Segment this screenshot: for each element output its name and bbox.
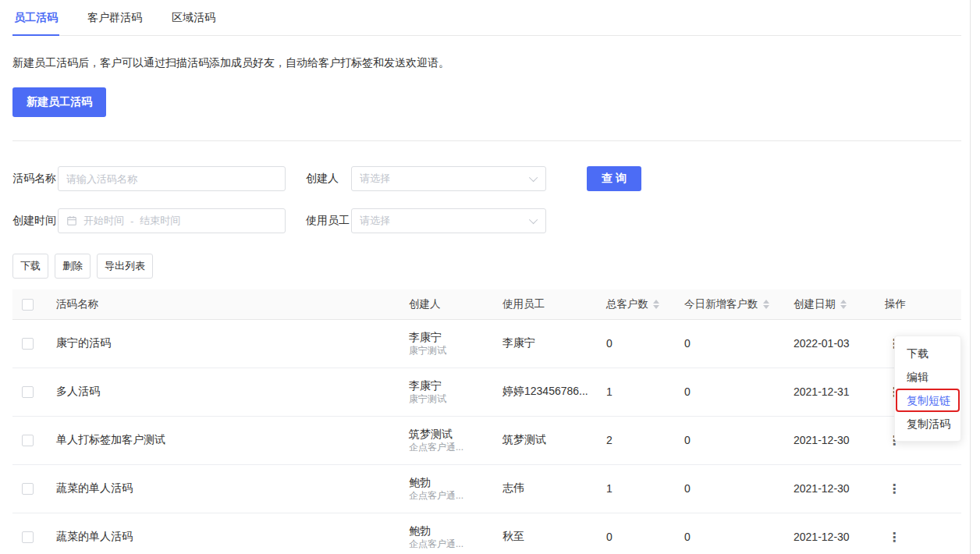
creator-org: 企点客户通... — [409, 489, 478, 502]
cell-staff: 婷婷123456786... — [490, 368, 594, 416]
column-header-label: 操作 — [885, 298, 906, 310]
menu-item-label: 复制短链 — [907, 394, 950, 407]
column-header-create-date: 创建日期 — [781, 289, 872, 319]
employee-livecode-page: 员工活码 客户群活码 区域活码 新建员工活码后，客户可以通过扫描活码添加成员好友… — [0, 0, 980, 554]
cell-creator: 鲍勃 企点客户通... — [396, 464, 490, 513]
calendar-icon — [66, 215, 77, 226]
row-action-menu: 下载 编辑 复制短链 复制活码 — [894, 336, 961, 442]
filter-row-1: 活码名称 创建人 请选择 查询 — [12, 166, 961, 191]
tab-employee-livecode[interactable]: 员工活码 — [12, 8, 59, 36]
end-time-placeholder: 结束时间 — [140, 214, 180, 228]
creator-org: 康宁测试 — [409, 392, 478, 405]
cell-livecode-name: 康宁的活码 — [44, 319, 396, 368]
cell-today: 0 — [672, 368, 781, 416]
cell-livecode-name: 蔬菜的单人活码 — [44, 464, 396, 513]
search-button[interactable]: 查询 — [587, 166, 641, 191]
export-list-button[interactable]: 导出列表 — [97, 254, 153, 279]
cell-today: 0 — [672, 513, 781, 554]
cell-livecode-name: 单人打标签加客户测试 — [44, 416, 396, 464]
table-row: 蔬菜的单人活码 鲍勃 企点客户通... 秋至 0 0 2021-12-30 ⋮ — [12, 513, 961, 554]
column-header-staff: 使用员工 — [490, 289, 594, 319]
filter-panel: 活码名称 创建人 请选择 查询 创建时间 开始时间 - 结束时间 — [12, 166, 961, 233]
delete-button[interactable]: 删除 — [55, 254, 91, 279]
cell-date: 2021-12-31 — [781, 368, 872, 416]
table-header-row: 活码名称 创建人 使用员工 总客户数 今日新增客户数 创建日期 操作 — [12, 289, 961, 319]
cell-total: 1 — [594, 464, 672, 513]
column-header-name: 活码名称 — [44, 289, 396, 319]
column-header-label: 使用员工 — [502, 298, 545, 310]
creator-name: 筑梦测试 — [409, 427, 478, 441]
row-checkbox[interactable] — [22, 435, 34, 446]
row-checkbox[interactable] — [22, 531, 34, 543]
livecode-name-label: 活码名称 — [12, 172, 58, 186]
cell-date: 2021-12-30 — [781, 513, 872, 554]
column-header-creator: 创建人 — [396, 289, 490, 319]
tabs-bar: 员工活码 客户群活码 区域活码 — [12, 0, 961, 36]
download-button[interactable]: 下载 — [12, 254, 48, 279]
creator-name: 李康宁 — [409, 330, 478, 344]
divider — [12, 140, 961, 141]
cell-staff: 筑梦测试 — [490, 416, 594, 464]
cell-total: 2 — [594, 416, 672, 464]
creator-org: 企点客户通... — [409, 441, 478, 453]
cell-total: 0 — [594, 319, 672, 368]
column-header-new-today: 今日新增客户数 — [672, 289, 781, 319]
chevron-down-icon — [529, 215, 538, 224]
cell-staff: 李康宁 — [490, 319, 594, 368]
time-range-separator: - — [130, 215, 133, 227]
livecode-name-input[interactable] — [58, 166, 286, 191]
cell-creator: 鲍勃 企点客户通... — [396, 513, 490, 554]
menu-item-download[interactable]: 下载 — [895, 342, 960, 365]
cell-creator: 筑梦测试 企点客户通... — [396, 416, 490, 464]
creator-name: 鲍勃 — [409, 475, 478, 489]
cell-date: 2021-12-30 — [781, 416, 872, 464]
cell-creator: 李康宁 康宁测试 — [396, 368, 490, 416]
cell-today: 0 — [672, 416, 781, 464]
cell-staff: 秋至 — [490, 513, 594, 554]
cell-total: 0 — [594, 513, 672, 554]
create-livecode-button[interactable]: 新建员工活码 — [12, 87, 106, 117]
start-time-placeholder: 开始时间 — [83, 214, 124, 228]
tab-region-livecode[interactable]: 区域活码 — [170, 8, 217, 35]
row-checkbox[interactable] — [22, 386, 34, 398]
cell-today: 0 — [672, 319, 781, 368]
creator-label: 创建人 — [306, 172, 351, 186]
creator-org: 康宁测试 — [409, 344, 478, 357]
cell-today: 0 — [672, 464, 781, 513]
staff-select[interactable]: 请选择 — [351, 208, 546, 233]
cell-total: 1 — [594, 368, 672, 416]
column-header-label: 活码名称 — [56, 298, 98, 310]
sort-icon[interactable] — [840, 300, 847, 309]
menu-item-copy-short-link[interactable]: 复制短链 — [895, 389, 960, 412]
row-more-actions-icon[interactable]: ⋮ — [885, 529, 904, 545]
tab-customer-group-livecode[interactable]: 客户群活码 — [86, 8, 144, 35]
cell-livecode-name: 蔬菜的单人活码 — [44, 513, 396, 554]
column-header-label: 总客户数 — [606, 298, 648, 310]
select-all-checkbox[interactable] — [22, 299, 34, 311]
menu-item-edit[interactable]: 编辑 — [895, 365, 960, 389]
sort-icon[interactable] — [653, 300, 659, 309]
bulk-actions: 下载 删除 导出列表 — [12, 254, 961, 279]
create-time-range-input[interactable]: 开始时间 - 结束时间 — [58, 208, 286, 233]
row-more-actions-icon[interactable]: ⋮ — [885, 481, 904, 497]
column-header-actions: 操作 — [872, 289, 961, 319]
cell-creator: 李康宁 康宁测试 — [396, 319, 490, 368]
livecode-table: 活码名称 创建人 使用员工 总客户数 今日新增客户数 创建日期 操作 康宁的活码… — [12, 289, 961, 554]
cell-livecode-name: 多人活码 — [44, 368, 396, 416]
staff-label: 使用员工 — [306, 214, 351, 228]
creator-select[interactable]: 请选择 — [351, 166, 546, 191]
table-row: 多人活码 李康宁 康宁测试 婷婷123456786... 1 0 2021-12… — [12, 368, 961, 416]
table-row: 单人打标签加客户测试 筑梦测试 企点客户通... 筑梦测试 2 0 2021-1… — [12, 416, 961, 464]
scrollbar[interactable] — [970, 0, 980, 554]
creator-name: 李康宁 — [409, 378, 478, 392]
filter-row-2: 创建时间 开始时间 - 结束时间 使用员工 请选择 — [12, 208, 961, 233]
menu-item-copy-livecode[interactable]: 复制活码 — [895, 412, 960, 435]
row-checkbox[interactable] — [22, 483, 34, 495]
sort-icon[interactable] — [763, 300, 769, 309]
cell-staff: 志伟 — [490, 464, 594, 513]
creator-select-placeholder: 请选择 — [360, 172, 390, 186]
column-header-label: 创建人 — [409, 298, 441, 310]
row-checkbox[interactable] — [22, 338, 34, 350]
column-header-label: 创建日期 — [794, 298, 836, 310]
chevron-down-icon — [529, 173, 538, 182]
